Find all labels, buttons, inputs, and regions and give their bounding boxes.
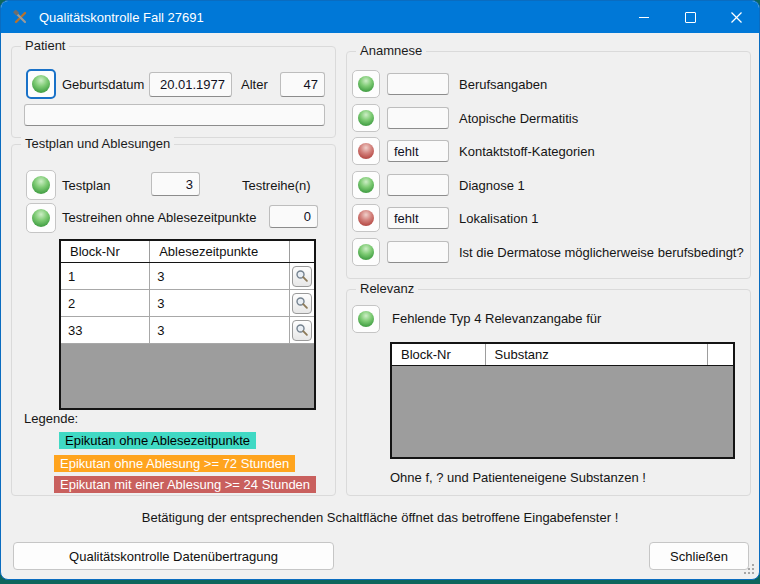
- relevanz-col-substanz: Substanz: [485, 344, 708, 366]
- anamnese-row-label: Berufsangaben: [459, 77, 547, 92]
- cell-ablesezeitpunkte: 3: [150, 290, 290, 317]
- table-row: 1 3: [61, 263, 314, 290]
- testreihen-ohne-status-button[interactable]: [26, 203, 56, 233]
- anamnese-row-button[interactable]: [352, 204, 380, 232]
- magnifier-icon: [295, 269, 309, 283]
- close-button[interactable]: [713, 1, 759, 33]
- anamnese-row-button[interactable]: [352, 137, 380, 165]
- readings-col-blocknr: Block-Nr: [61, 241, 150, 263]
- readings-col-actions: [290, 241, 314, 263]
- anamnese-row-button[interactable]: [352, 70, 380, 98]
- anamnese-group: Anamnese Berufsangaben Atopische Dermati…: [346, 51, 751, 279]
- close-dialog-button[interactable]: Schließen: [649, 542, 749, 570]
- anamnese-row-field: [387, 174, 449, 196]
- testreihen-ohne-label: Testreihen ohne Ablesezeitpunkte: [62, 210, 256, 225]
- birthdate-field: 20.01.1977: [149, 72, 232, 97]
- tools-icon: [12, 9, 29, 26]
- testplan-label: Testplan: [62, 178, 110, 193]
- status-ball-icon: [32, 176, 50, 194]
- inspect-row-button[interactable]: [292, 266, 312, 287]
- patient-extra-field: [24, 104, 325, 126]
- testplan-status-button[interactable]: [26, 170, 56, 200]
- relevanz-col-actions: [708, 344, 733, 366]
- magnifier-icon: [295, 323, 309, 337]
- testplan-group: Testplan und Ablesungen Testplan 3 Testr…: [11, 144, 336, 496]
- inspect-row-button[interactable]: [292, 293, 312, 314]
- titlebar: Qualitätskontrolle Fall 27691: [1, 1, 759, 33]
- anamnese-row-label: Lokalisation 1: [459, 211, 539, 226]
- status-ball-icon: [32, 209, 50, 227]
- anamnese-row-field: [387, 73, 449, 95]
- status-ball-icon: [358, 76, 374, 92]
- patient-group: Patient Geburtsdatum 20.01.1977 Alter 47: [11, 46, 336, 138]
- resize-grip[interactable]: [743, 563, 756, 576]
- relevanz-note: Ohne f, ? und Patienteneigene Substanzen…: [390, 470, 646, 485]
- relevanz-table: Block-Nr Substanz: [390, 342, 735, 459]
- maximize-button[interactable]: [667, 1, 713, 33]
- cell-ablesezeitpunkte: 3: [150, 263, 290, 290]
- patient-group-label: Patient: [21, 38, 69, 53]
- testreihen-label: Testreihe(n): [242, 178, 311, 193]
- anamnese-row-field: fehlt: [387, 140, 449, 162]
- minimize-button[interactable]: [621, 1, 667, 33]
- anamnese-row-field: [387, 241, 449, 263]
- relevanz-header-label: Fehlende Typ 4 Relevanzangabe für: [392, 311, 601, 326]
- anamnese-row-field: fehlt: [387, 207, 449, 229]
- cell-ablesezeitpunkte: 3: [150, 317, 290, 344]
- table-row: 33 3: [61, 317, 314, 344]
- cell-blocknr: 33: [61, 317, 150, 344]
- cell-blocknr: 1: [61, 263, 150, 290]
- minimize-icon: [639, 17, 649, 18]
- magnifier-icon: [295, 296, 309, 310]
- legend-item-cyan: Epikutan ohne Ablesezeitpunkte: [59, 432, 256, 449]
- readings-col-ablesezeitpunkte: Ablesezeitpunkte: [150, 241, 290, 263]
- testplan-count-field: 3: [151, 172, 200, 196]
- status-ball-icon: [358, 244, 374, 260]
- dialog-window: Qualitätskontrolle Fall 27691 Patient Ge…: [0, 0, 760, 580]
- anamnese-row-button[interactable]: [352, 104, 380, 132]
- relevanz-group: Relevanz Fehlende Typ 4 Relevanzangabe f…: [346, 289, 751, 496]
- inspect-row-button[interactable]: [292, 320, 312, 341]
- birthdate-label: Geburtsdatum: [62, 77, 144, 92]
- window-controls: [621, 1, 759, 33]
- table-row: 2 3: [61, 290, 314, 317]
- age-field: 47: [280, 72, 325, 97]
- anamnese-row-label: Atopische Dermatitis: [459, 111, 578, 126]
- readings-table: Block-Nr Ablesezeitpunkte 1 3 2 3: [59, 239, 316, 410]
- testreihen-ohne-count-field: 0: [269, 205, 318, 228]
- window-title: Qualitätskontrolle Fall 27691: [39, 10, 204, 25]
- anamnese-row-label: Kontaktstoff-Kategorien: [459, 144, 595, 159]
- relevanz-group-label: Relevanz: [356, 281, 418, 296]
- age-label: Alter: [241, 77, 268, 92]
- status-ball-icon: [358, 311, 374, 327]
- anamnese-group-label: Anamnese: [356, 43, 426, 58]
- maximize-icon: [685, 12, 696, 23]
- status-ball-icon: [358, 210, 374, 226]
- legend-item-red: Epikutan mit einer Ablesung >= 24 Stunde…: [54, 476, 316, 493]
- anamnese-row-label: Ist die Dermatose möglicherweise berufsb…: [459, 245, 744, 260]
- anamnese-row-button[interactable]: [352, 171, 380, 199]
- relevanz-status-button[interactable]: [352, 305, 380, 333]
- readings-table-header-row: Block-Nr Ablesezeitpunkte: [61, 241, 314, 263]
- anamnese-row-field: [387, 107, 449, 129]
- patient-status-button[interactable]: [26, 69, 56, 99]
- close-icon: [731, 12, 742, 23]
- status-ball-icon: [358, 143, 374, 159]
- status-ball-icon: [358, 177, 374, 193]
- legend-item-orange: Epikutan ohne Ablesung >= 72 Stunden: [54, 455, 295, 472]
- relevanz-col-blocknr: Block-Nr: [392, 344, 485, 366]
- footer-hint: Betätigung der entsprechenden Schaltfläc…: [1, 510, 759, 525]
- legend-label: Legende:: [24, 411, 78, 426]
- relevanz-table-header-row: Block-Nr Substanz: [392, 344, 733, 366]
- anamnese-row-button[interactable]: [352, 238, 380, 266]
- status-ball-icon: [358, 110, 374, 126]
- status-ball-icon: [32, 75, 50, 93]
- cell-blocknr: 2: [61, 290, 150, 317]
- data-transfer-button[interactable]: Qualitätskontrolle Datenübertragung: [13, 542, 334, 570]
- anamnese-row-label: Diagnose 1: [459, 178, 525, 193]
- testplan-group-label: Testplan und Ablesungen: [21, 136, 174, 151]
